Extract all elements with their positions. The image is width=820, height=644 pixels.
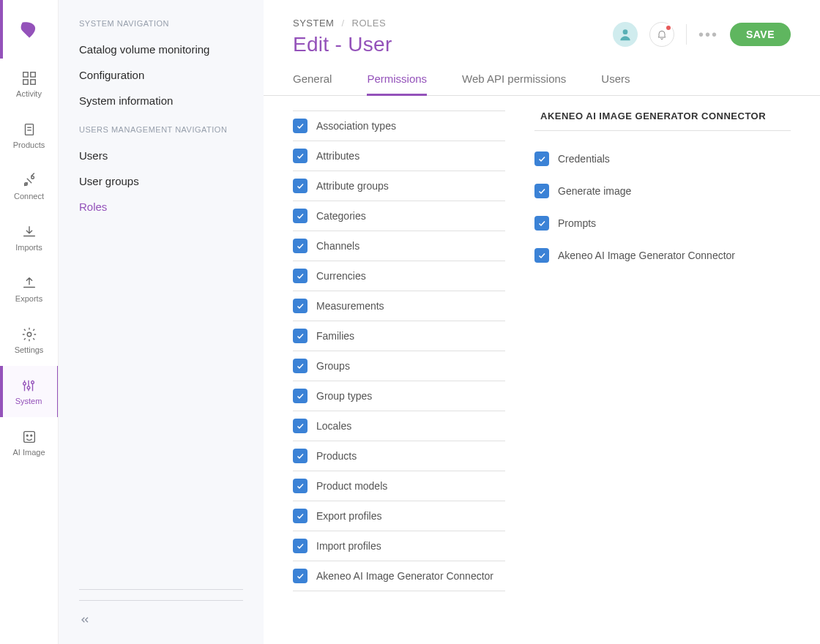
tab-users[interactable]: Users	[601, 65, 630, 95]
checkbox[interactable]	[293, 389, 308, 403]
crumb-sep: /	[341, 18, 344, 29]
checkbox[interactable]	[293, 539, 308, 553]
permission-row[interactable]: Channels	[293, 231, 505, 261]
svg-point-19	[623, 29, 628, 34]
svg-rect-1	[30, 72, 34, 77]
checkbox[interactable]	[293, 479, 308, 493]
checkbox[interactable]	[293, 239, 308, 253]
rail-item-activity[interactable]: Activity	[0, 59, 58, 110]
permission-row[interactable]: Currencies	[293, 261, 505, 291]
activity-icon	[21, 70, 37, 86]
permission-row[interactable]: Export profiles	[293, 501, 505, 531]
permission-row[interactable]: Akeneo AI Image Generator Connector	[293, 561, 505, 591]
svg-point-13	[23, 382, 26, 385]
tab-general[interactable]: General	[293, 65, 332, 95]
permission-label: Export profiles	[316, 510, 381, 522]
permission-row[interactable]: Attributes	[293, 141, 505, 171]
secnav-link-catalog-volume[interactable]: Catalog volume monitoring	[79, 37, 243, 62]
topbar: SYSTEM / ROLES Edit - User ••• SAVE	[264, 0, 820, 65]
permission-row[interactable]: Categories	[293, 201, 505, 231]
checkbox[interactable]	[293, 509, 308, 523]
content: Association typesAttributesAttribute gro…	[264, 96, 820, 644]
rail-label: Connect	[14, 192, 44, 201]
permission-row[interactable]: Group types	[293, 381, 505, 411]
tab-permissions[interactable]: Permissions	[367, 65, 427, 96]
permission-row[interactable]: Attribute groups	[293, 171, 505, 201]
checkbox[interactable]	[293, 209, 308, 223]
avatar[interactable]	[613, 22, 638, 47]
secnav-link-users[interactable]: Users	[79, 143, 243, 168]
brand-logo[interactable]	[0, 0, 58, 59]
permission-row[interactable]: Families	[293, 321, 505, 351]
option-row[interactable]: Credentials	[534, 143, 791, 175]
permission-row[interactable]: Product models	[293, 471, 505, 501]
icon-rail: Activity Products Connect Imports Export…	[0, 0, 59, 644]
checkbox[interactable]	[293, 119, 308, 133]
permissions-list-column: Association typesAttributesAttribute gro…	[293, 111, 505, 644]
checkbox[interactable]	[293, 359, 308, 373]
crumb-system[interactable]: SYSTEM	[293, 18, 334, 29]
checkbox[interactable]	[534, 151, 549, 166]
permission-row[interactable]: Association types	[293, 111, 505, 141]
permission-row[interactable]: Locales	[293, 411, 505, 441]
rail-item-exports[interactable]: Exports	[0, 263, 58, 315]
svg-rect-4	[25, 124, 33, 135]
save-button[interactable]: SAVE	[730, 23, 791, 46]
avatar-icon	[618, 27, 633, 42]
secnav-link-configuration[interactable]: Configuration	[79, 62, 243, 88]
notifications-button[interactable]	[649, 22, 674, 47]
tab-web-api-permissions[interactable]: Web API permissions	[462, 65, 566, 95]
rail-label: Imports	[15, 243, 42, 252]
rail-item-ai-image[interactable]: AI Image	[0, 417, 58, 468]
permission-row[interactable]: Products	[293, 441, 505, 471]
permission-label: Group types	[316, 390, 372, 402]
main-content: SYSTEM / ROLES Edit - User ••• SAVE	[264, 0, 820, 644]
svg-rect-3	[30, 80, 34, 84]
permission-row[interactable]: Import profiles	[293, 531, 505, 561]
checkbox[interactable]	[534, 248, 549, 263]
rail-item-settings[interactable]: Settings	[0, 315, 58, 366]
chevron-double-left-icon	[79, 614, 91, 626]
sliders-icon	[20, 378, 37, 394]
secnav-group-title: USERS MANAGEMENT NAVIGATION	[79, 125, 243, 134]
rail-item-system[interactable]: System	[0, 366, 58, 417]
crumb-roles[interactable]: ROLES	[352, 18, 387, 29]
import-icon	[21, 224, 37, 240]
checkbox[interactable]	[293, 269, 308, 283]
secnav-link-system-info[interactable]: System information	[79, 88, 243, 113]
rail-item-products[interactable]: Products	[0, 110, 58, 161]
rail-label: AI Image	[12, 448, 45, 457]
option-label: Prompts	[558, 217, 596, 229]
more-menu[interactable]: •••	[698, 26, 718, 43]
rail-item-imports[interactable]: Imports	[0, 212, 58, 263]
permissions-list: Association typesAttributesAttribute gro…	[293, 111, 505, 644]
rail-item-connect[interactable]: Connect	[0, 161, 58, 212]
option-row[interactable]: Generate image	[534, 175, 791, 207]
checkbox[interactable]	[293, 449, 308, 463]
option-row[interactable]: Akeneo AI Image Generator Connector	[534, 239, 791, 272]
permission-label: Locales	[316, 420, 351, 432]
permission-label: Groups	[316, 360, 350, 372]
checkbox[interactable]	[293, 179, 308, 193]
rail-label: Settings	[15, 345, 44, 354]
checkbox[interactable]	[293, 419, 308, 433]
permission-row[interactable]: Measurements	[293, 291, 505, 321]
svg-point-8	[31, 176, 34, 179]
option-row[interactable]: Prompts	[534, 207, 791, 239]
checkbox[interactable]	[293, 299, 308, 313]
checkbox[interactable]	[293, 329, 308, 343]
checkbox[interactable]	[293, 569, 308, 583]
permission-label: Measurements	[316, 300, 384, 312]
permission-row[interactable]: Groups	[293, 351, 505, 381]
permission-label: Association types	[316, 120, 396, 132]
secnav-collapse[interactable]	[79, 600, 243, 629]
checkbox[interactable]	[293, 149, 308, 163]
checkbox[interactable]	[534, 216, 549, 231]
checkbox[interactable]	[534, 184, 549, 198]
panel-title: AKENEO AI IMAGE GENERATOR CONNECTOR	[534, 111, 791, 131]
secnav-link-user-groups[interactable]: User groups	[79, 168, 243, 194]
permission-label: Products	[316, 450, 357, 462]
permission-options: CredentialsGenerate imagePromptsAkeneo A…	[534, 143, 791, 272]
topbar-actions: ••• SAVE	[613, 18, 791, 47]
secnav-link-roles[interactable]: Roles	[79, 194, 243, 220]
